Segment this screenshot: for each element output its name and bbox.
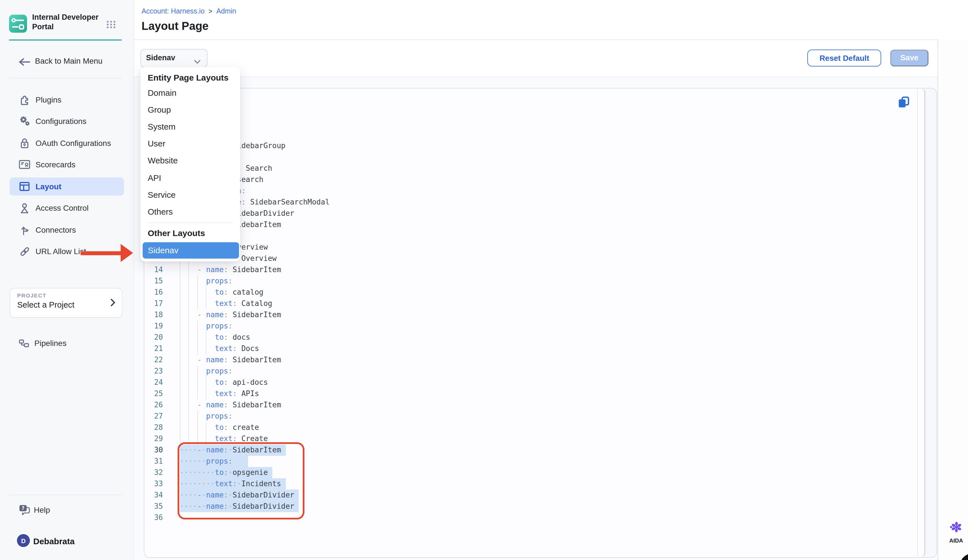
dropdown-item-system[interactable]: System <box>140 118 240 135</box>
code-line[interactable]: 30····-·name:·SidebarItem <box>144 445 917 456</box>
aida-label: AIDA <box>948 537 965 543</box>
dropdown-item-group[interactable]: Group <box>140 101 240 118</box>
aida-widget[interactable]: AIDA <box>948 521 965 543</box>
code-line[interactable]: 7 children: <box>144 186 917 197</box>
breadcrumb-admin-link[interactable]: Admin <box>216 7 236 15</box>
line-content: props: <box>163 276 232 287</box>
code-line[interactable]: 19 props: <box>144 321 917 332</box>
code-line[interactable]: 5 label: Search <box>144 163 917 174</box>
sidebar-item-plugins[interactable]: Plugins <box>9 89 124 110</box>
code-line[interactable]: 9 - name: SidebarDivider <box>144 208 917 220</box>
code-line[interactable]: 24 to: api-docs <box>144 377 917 388</box>
line-content: ········text:·Incidents <box>163 479 281 490</box>
line-number: 28 <box>144 422 163 433</box>
code-line[interactable]: 23 props: <box>144 366 917 377</box>
dropdown-item-website[interactable]: Website <box>140 152 240 169</box>
code-line[interactable]: 33········text:·Incidents <box>144 479 917 490</box>
code-line[interactable]: 27 props: <box>144 411 917 422</box>
dropdown-item-service[interactable]: Service <box>140 186 240 203</box>
code-line[interactable]: 11 props: <box>144 231 917 242</box>
chevron-right-icon <box>111 299 116 309</box>
breadcrumb-account-link[interactable]: Account: Harness.io <box>141 7 205 15</box>
copy-icon[interactable] <box>898 96 910 109</box>
line-number: 34 <box>144 490 163 501</box>
breadcrumb: Account: Harness.io>Admin <box>141 7 236 15</box>
code-line[interactable]: 3 - name: SidebarGroup <box>144 140 917 152</box>
sidebar-item-access-control[interactable]: Access Control <box>9 197 124 219</box>
dropdown-item-domain[interactable]: Domain <box>140 84 240 101</box>
code-line[interactable]: 36 <box>144 512 917 524</box>
line-number: 29 <box>144 433 163 445</box>
code-line[interactable]: 15 props: <box>144 276 917 287</box>
code-line[interactable]: 26 - name: SidebarItem <box>144 400 917 411</box>
dropdown-item-user[interactable]: User <box>140 135 240 152</box>
back-to-main-menu[interactable]: Back to Main Menu <box>0 55 134 69</box>
sidebar-item-scorecards[interactable]: Scorecards <box>9 154 124 175</box>
user-name: Debabrata <box>33 536 75 546</box>
sidebar-item-pipelines[interactable]: Pipelines <box>0 335 134 352</box>
right-gutter <box>938 40 968 560</box>
dropdown-item-api[interactable]: API <box>140 169 240 186</box>
app-window: Internal Developer Portal Back to Main M… <box>0 0 968 560</box>
code-line[interactable]: 4 props: <box>144 152 917 163</box>
code-line[interactable]: 17 text: Catalog <box>144 298 917 310</box>
layout-type-dropdown: Entity Page LayoutsDomainGroupSystemUser… <box>140 67 240 261</box>
sidebar-item-configurations[interactable]: Configurations <box>9 111 124 132</box>
code-line[interactable]: 10 - name: SidebarItem <box>144 220 917 231</box>
code-line[interactable]: 21 text: Docs <box>144 344 917 355</box>
save-button[interactable]: Save <box>890 49 928 66</box>
page-header <box>134 0 968 40</box>
code-line[interactable]: 25 text: APIs <box>144 388 917 400</box>
user-menu[interactable]: D Debabrata <box>0 532 134 550</box>
dropdown-item-others[interactable]: Others <box>140 203 240 220</box>
sidebar-item-layout[interactable]: Layout <box>9 177 124 195</box>
line-number: 18 <box>144 310 163 321</box>
code-line[interactable]: 13 text: Overview <box>144 253 917 264</box>
code-line[interactable]: 1page: <box>144 118 917 129</box>
connectors-icon <box>19 224 31 236</box>
code-line[interactable]: 18 - name: SidebarItem <box>144 310 917 321</box>
code-line[interactable]: 6 to: /search <box>144 174 917 186</box>
code-line[interactable]: 32········to:·opsgenie <box>144 467 917 479</box>
chevron-down-icon <box>194 56 201 66</box>
help-icon: ? <box>18 504 30 517</box>
code-line[interactable]: 2 children: <box>144 129 917 140</box>
code-line[interactable]: 20 to: docs <box>144 332 917 344</box>
line-number: 25 <box>144 388 163 400</box>
code-line[interactable]: 16 to: catalog <box>144 287 917 298</box>
code-line[interactable]: 35····-·name:·SidebarDivider <box>144 501 917 512</box>
annotation-red-arrow <box>80 251 121 255</box>
line-number: 14 <box>144 264 163 276</box>
brand-divider <box>9 40 122 41</box>
code-line[interactable]: 28 to: create <box>144 422 917 433</box>
code-line[interactable]: 14 - name: SidebarItem <box>144 264 917 276</box>
dropdown-divider <box>148 223 233 223</box>
sidebar-item-connectors[interactable]: Connectors <box>9 219 124 241</box>
code-line[interactable]: 22 - name: SidebarItem <box>144 355 917 366</box>
apps-grid-icon[interactable] <box>106 20 116 31</box>
line-number: 32 <box>144 467 163 479</box>
code-line[interactable]: 34····-·name:·SidebarDivider <box>144 490 917 501</box>
project-selector[interactable]: PROJECT Select a Project <box>9 288 122 318</box>
layout-type-select[interactable]: Sidenav <box>140 49 207 67</box>
line-content: - name: SidebarItem <box>163 355 281 366</box>
code-line[interactable]: 12 to: overview <box>144 242 917 253</box>
line-content: - name: SidebarItem <box>163 310 281 321</box>
dropdown-item-sidenav-selected[interactable]: Sidenav <box>143 242 239 259</box>
sidebar-item-oauth-configurations[interactable]: OAuth Configurations <box>9 132 124 154</box>
line-content: text: Create <box>163 433 268 445</box>
breadcrumb-separator: > <box>209 8 212 15</box>
line-number: 27 <box>144 411 163 422</box>
line-number: 31 <box>144 456 163 467</box>
code-line[interactable]: 29 text: Create <box>144 433 917 445</box>
line-number: 36 <box>144 512 163 524</box>
line-content: to: api-docs <box>163 377 268 388</box>
back-label: Back to Main Menu <box>35 56 103 65</box>
yaml-editor[interactable]: 1page:2 children:3 - name: SidebarGroup4… <box>144 118 917 525</box>
code-line[interactable]: 31······props: <box>144 456 917 467</box>
help-button[interactable]: ? Help <box>0 503 134 518</box>
reset-default-button[interactable]: Reset Default <box>807 50 882 67</box>
code-line[interactable]: 8 - name: SidebarSearchModal <box>144 197 917 208</box>
back-arrow-icon <box>18 58 30 66</box>
plugins-icon <box>19 94 31 105</box>
